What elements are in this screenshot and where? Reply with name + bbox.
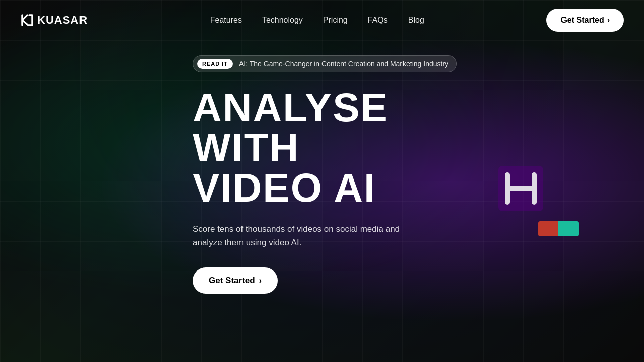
hero-section: READ IT AI: The Game-Changer in Content … (0, 40, 644, 294)
navbar: KUASAR Features Technology Pricing FAQs … (0, 0, 644, 40)
hero-cta-chevron-icon: › (259, 276, 262, 285)
hero-get-started-button[interactable]: Get Started › (193, 267, 278, 294)
read-it-text: AI: The Game-Changer in Content Creation… (239, 60, 448, 68)
nav-item-pricing[interactable]: Pricing (323, 16, 348, 25)
hero-headline: ANALYSE WITH VIDEO AI (193, 87, 469, 208)
read-it-badge: READ IT (197, 59, 233, 69)
nav-get-started-button[interactable]: Get Started › (546, 9, 624, 32)
logo-icon (20, 13, 34, 27)
logo-text: KUASAR (37, 14, 88, 27)
nav-item-features[interactable]: Features (210, 16, 242, 25)
nav-cta-chevron-icon: › (607, 16, 610, 25)
nav-item-blog[interactable]: Blog (408, 16, 424, 25)
nav-item-faqs[interactable]: FAQs (368, 16, 388, 25)
logo[interactable]: KUASAR (20, 13, 88, 27)
nav-links: Features Technology Pricing FAQs Blog (210, 16, 424, 25)
nav-item-technology[interactable]: Technology (262, 16, 303, 25)
hero-headline-line2: VIDEO AI (193, 165, 376, 210)
hero-subtext: Score tens of thousands of videos on soc… (193, 222, 404, 249)
hero-headline-line1: ANALYSE WITH (193, 85, 388, 170)
nav-cta-label: Get Started (560, 16, 604, 25)
read-it-banner[interactable]: READ IT AI: The Game-Changer in Content … (193, 55, 457, 72)
hero-cta-label: Get Started (209, 276, 255, 286)
